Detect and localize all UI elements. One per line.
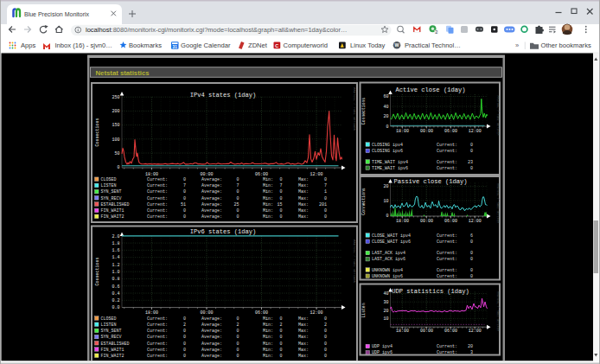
svg-text:Average:: Average: [201,196,222,201]
svg-text:12:00: 12:00 [310,310,323,316]
svg-text:0: 0 [279,214,282,220]
svg-text:RRDTOOL / TOBI OETIKER: RRDTOOL / TOBI OETIKER [353,87,356,131]
svg-text:0: 0 [236,316,239,322]
svg-text:0: 0 [279,316,282,322]
svg-text:0.0: 0.0 [112,305,119,310]
svg-text:Max:: Max: [298,335,309,340]
svg-text:Passive close (1day): Passive close (1day) [393,178,467,185]
svg-text:50: 50 [114,151,119,156]
svg-text:0: 0 [183,208,186,214]
svg-text:0: 0 [279,208,282,214]
svg-text:RRDTOOL / TOBI OETIKER: RRDTOOL / TOBI OETIKER [496,95,500,136]
svg-text:Current:: Current: [437,344,457,349]
svg-text:0: 0 [470,257,473,262]
svg-text:CLOSING ipv6: CLOSING ipv6 [372,149,403,154]
svg-text:06:00: 06:00 [444,129,457,134]
svg-text:0: 0 [324,335,327,340]
svg-text:Current:: Current: [147,316,168,322]
svg-text:Average:: Average: [201,316,222,322]
svg-text:0: 0 [279,348,282,353]
svg-text:Max:: Max: [298,177,309,182]
svg-text:06:00: 06:00 [255,172,268,177]
svg-text:7: 7 [279,183,282,188]
svg-text:0: 0 [470,274,473,279]
svg-text:0: 0 [470,239,473,245]
svg-text:0: 0 [324,316,327,322]
svg-text:06:00: 06:00 [255,310,268,316]
svg-text:0: 0 [236,208,239,214]
svg-text:Min:: Min: [263,183,273,188]
svg-text:10: 10 [383,316,388,322]
svg-text:0: 0 [386,125,388,130]
svg-text:2: 2 [236,322,239,328]
svg-text:Average:: Average: [201,189,222,195]
svg-text:CLOSING ipv4: CLOSING ipv4 [372,143,403,148]
svg-text:20: 20 [468,344,473,349]
svg-text:Current:: Current: [147,322,168,328]
svg-text:Max:: Max: [298,316,309,322]
svg-text:0: 0 [236,177,239,182]
svg-text:6: 6 [470,233,473,239]
svg-text:0: 0 [470,251,473,256]
svg-text:30: 30 [383,300,388,305]
svg-text:Max:: Max: [298,202,309,208]
svg-text:0: 0 [236,214,239,220]
svg-text:1.2: 1.2 [112,263,119,268]
svg-text:Connections: Connections [361,188,366,215]
svg-text:7: 7 [183,183,186,188]
svg-text:Current:: Current: [437,239,457,245]
svg-text:0: 0 [236,354,239,359]
svg-text:Max:: Max: [298,183,309,188]
svg-text:FIN_WAIT1: FIN_WAIT1 [101,208,124,214]
svg-text:0.2: 0.2 [112,298,119,303]
svg-text:IPv6 states (1day): IPv6 states (1day) [190,228,257,235]
svg-text:0: 0 [470,268,473,273]
svg-text:RRDTOOL / TOBI OETIKER: RRDTOOL / TOBI OETIKER [496,291,500,332]
svg-text:ESTABLISHED: ESTABLISHED [101,342,130,347]
svg-text:20: 20 [383,184,388,189]
svg-text:0: 0 [470,143,473,148]
svg-text:Max:: Max: [298,214,309,220]
svg-text:250: 250 [112,95,119,100]
svg-text:Max:: Max: [298,208,309,214]
svg-text:0: 0 [183,316,186,322]
svg-text:2.0: 2.0 [112,234,119,239]
svg-text:RRDTOOL / TOBI OETIKER: RRDTOOL / TOBI OETIKER [496,183,500,224]
svg-text:Min:: Min: [263,322,273,328]
svg-text:0: 0 [279,335,282,340]
svg-text:CLOSED: CLOSED [101,316,117,322]
svg-text:0: 0 [324,214,327,220]
svg-text:1.0: 1.0 [112,270,119,275]
svg-text:00:00: 00:00 [200,172,213,177]
svg-text:0: 0 [117,165,119,170]
svg-text:0: 0 [324,177,327,182]
svg-text:00:00: 00:00 [200,310,213,316]
svg-text:Apps: Apps [21,42,36,49]
svg-text:TIME_WAIT ipv6: TIME_WAIT ipv6 [372,166,408,171]
svg-text:CLOSE_WAIT ipv4: CLOSE_WAIT ipv4 [372,233,411,239]
svg-text:Listen: Listen [361,303,366,317]
svg-text:18:00: 18:00 [145,310,158,316]
svg-text:Current:: Current: [147,214,168,220]
svg-text:FIN_WAIT2: FIN_WAIT2 [101,214,124,220]
svg-text:UDP ipv4: UDP ipv4 [372,344,393,349]
svg-text:Average:: Average: [201,329,222,334]
svg-text:00:00: 00:00 [420,219,433,224]
svg-text:0: 0 [183,354,186,359]
svg-text:Average:: Average: [201,208,222,214]
svg-text:0: 0 [236,189,239,195]
svg-text:CLOSE_WAIT ipv6: CLOSE_WAIT ipv6 [372,239,411,245]
svg-text:25: 25 [233,202,239,208]
svg-text:Current:: Current: [147,329,168,334]
svg-text:Min:: Min: [263,196,273,201]
svg-text:1: 1 [324,189,327,195]
svg-text:Current:: Current: [437,166,457,171]
svg-text:Min:: Min: [263,316,273,322]
svg-text:ESTABLISHED: ESTABLISHED [101,202,130,208]
svg-text:2: 2 [324,322,327,328]
svg-text:12:00: 12:00 [310,172,323,177]
svg-text:Netstat statistics: Netstat statistics [96,69,150,77]
svg-text:18:00: 18:00 [145,172,158,177]
svg-text:Current:: Current: [147,348,168,353]
svg-text:23: 23 [468,160,473,165]
